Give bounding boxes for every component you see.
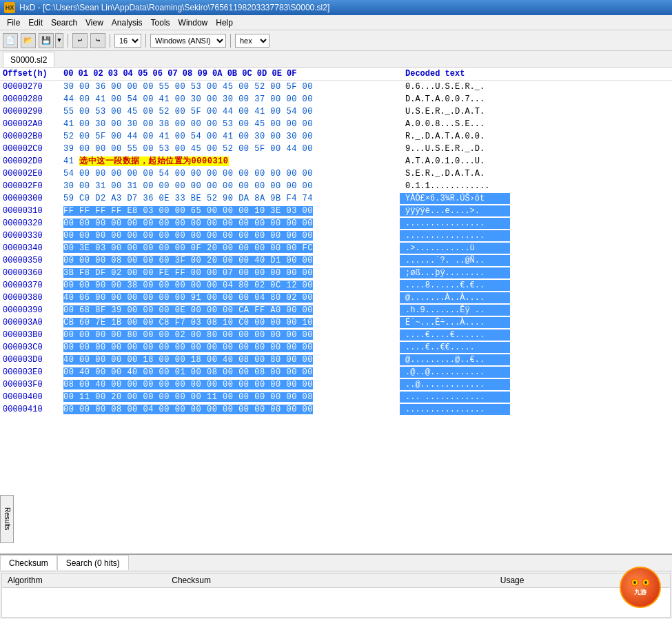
menu-view[interactable]: View: [81, 17, 108, 29]
hex-row[interactable]: 00000350 00 00 00 08 00 00 60 3F 00 20 0…: [0, 254, 672, 267]
menu-search[interactable]: Search: [47, 17, 81, 29]
hex-row[interactable]: 00000370 00 00 00 00 38 00 00 00 00 00 0…: [0, 279, 672, 292]
hex-row[interactable]: 000003C0 00 00 00 00 00 00 00 00 00 00 0…: [0, 341, 672, 354]
tab-bar: S0000.sl2: [0, 51, 672, 68]
hex-row[interactable]: 00000410 00 00 00 08 00 04 00 00 00 00 0…: [0, 403, 672, 416]
hex-row[interactable]: 00000320 00 00 00 00 00 00 00 00 00 00 0…: [0, 217, 672, 230]
hex-row[interactable]: 00000360 3B F8 DF 02 00 00 FE FF 00 00 0…: [0, 267, 672, 279]
toolbar-separator-1: [68, 34, 68, 48]
header-decoded: Decoded text: [400, 69, 510, 79]
bottom-content: Algorithm Checksum Usage: [1, 573, 671, 618]
hex-row[interactable]: 000002C0 39 00 00 00 55 00 53 00 45 00 5…: [0, 143, 672, 155]
menu-window[interactable]: Window: [174, 17, 212, 29]
algorithm-col-header: Algorithm: [8, 576, 172, 585]
title-bar: HX HxD - [C:\Users\Sean Lin\AppData\Roam…: [0, 0, 672, 15]
header-offset: Offset(h): [3, 69, 63, 79]
toolbar-separator-4: [230, 34, 231, 48]
title-text: HxD - [C:\Users\Sean Lin\AppData\Roaming…: [19, 3, 329, 12]
encoding-select[interactable]: Windows (ANSI): [150, 34, 226, 48]
new-button[interactable]: 📄: [3, 33, 18, 48]
hex-row[interactable]: 00000310 FF FF FF FF E8 03 00 00 65 00 0…: [0, 205, 672, 217]
toolbar: 📄 📂 💾 ▼ ↩ ↪ 16 Windows (ANSI) hex: [0, 30, 672, 51]
watermark: 九游: [620, 567, 664, 611]
app-icon: HX: [4, 2, 15, 13]
checksum-tab[interactable]: Checksum: [0, 555, 57, 570]
results-tab[interactable]: Results: [0, 495, 14, 543]
open-button[interactable]: 📂: [21, 33, 36, 48]
hex-row[interactable]: 000002B0 52 00 5F 00 44 00 41 00 54 00 4…: [0, 130, 672, 143]
file-tab[interactable]: S0000.sl2: [3, 52, 54, 67]
menu-edit[interactable]: Edit: [24, 17, 47, 29]
hex-row[interactable]: 00000330 00 00 00 00 00 00 00 00 00 00 0…: [0, 230, 672, 242]
hex-row[interactable]: 00000400 00 11 00 20 00 00 00 00 00 11 0…: [0, 391, 672, 403]
hex-row[interactable]: 00000340 00 3E 03 00 00 00 00 00 0F 20 0…: [0, 242, 672, 254]
menu-tools[interactable]: Tools: [147, 17, 174, 29]
bottom-tabs: Checksum Search (0 hits): [0, 555, 672, 571]
hex-row[interactable]: 000003B0 00 00 00 00 80 00 00 02 00 80 0…: [0, 329, 672, 341]
toolbar-separator-3: [145, 34, 146, 48]
checksum-header: Algorithm Checksum Usage: [2, 574, 670, 588]
display-select[interactable]: hex: [235, 34, 269, 48]
hex-row[interactable]: 00000390 00 68 8F 39 00 00 00 0E 00 00 0…: [0, 304, 672, 316]
hex-row[interactable]: 000002D0 41 选中这一段数据，起始位置为0000310 A.T.A.0…: [0, 155, 672, 168]
menu-help[interactable]: Help: [212, 17, 237, 29]
hex-content-wrapper: Offset(h) 00 01 02 03 04 05 06 07 08 09 …: [0, 68, 672, 554]
hex-header: Offset(h) 00 01 02 03 04 05 06 07 08 09 …: [0, 68, 672, 81]
menu-analysis[interactable]: Analysis: [108, 17, 147, 29]
checksum-col-header: Checksum: [172, 576, 500, 585]
hex-row[interactable]: 000003F0 08 00 40 00 00 00 00 00 00 00 0…: [0, 378, 672, 391]
hex-row[interactable]: 000002E0 54 00 00 00 00 00 54 00 00 00 0…: [0, 168, 672, 180]
hex-row[interactable]: 00000290 55 00 53 00 45 00 52 00 5F 00 4…: [0, 105, 672, 118]
hex-row[interactable]: 00000280 44 00 41 00 54 00 41 00 30 00 3…: [0, 93, 672, 105]
hex-row[interactable]: 000002F0 30 00 31 00 31 00 00 00 00 00 0…: [0, 180, 672, 192]
zoom-select[interactable]: 16: [114, 34, 141, 48]
hex-row[interactable]: 00000300 59 C0 D2 A3 D7 36 0E 33 BE 52 9…: [0, 192, 672, 205]
menu-bar: File Edit Search View Analysis Tools Win…: [0, 15, 672, 30]
hex-row[interactable]: 000003A0 CB 60 7E 1B 00 00 C8 F7 03 08 1…: [0, 316, 672, 329]
header-bytes: 00 01 02 03 04 05 06 07 08 09 0A 0B 0C 0…: [63, 69, 400, 79]
main-content: Offset(h) 00 01 02 03 04 05 06 07 08 09 …: [0, 68, 672, 554]
save-dropdown[interactable]: ▼: [55, 33, 63, 48]
redo-button[interactable]: ↪: [90, 33, 105, 48]
hex-row[interactable]: 00000270 30 00 36 00 00 00 55 00 53 00 4…: [0, 81, 672, 93]
search-tab[interactable]: Search (0 hits): [57, 555, 129, 570]
menu-file[interactable]: File: [3, 17, 24, 29]
toolbar-separator-2: [110, 34, 110, 48]
undo-button[interactable]: ↩: [72, 33, 88, 48]
hex-row[interactable]: 000003E0 00 40 00 00 40 00 00 01 00 08 0…: [0, 366, 672, 378]
save-button[interactable]: 💾: [39, 33, 54, 48]
file-tab-label: S0000.sl2: [10, 55, 47, 65]
hex-row[interactable]: 000002A0 41 00 30 00 30 00 38 00 00 00 5…: [0, 118, 672, 130]
hex-row[interactable]: 000003D0 40 00 00 00 00 18 00 00 18 00 4…: [0, 354, 672, 366]
hex-row[interactable]: 00000380 40 06 00 00 00 00 00 00 91 00 0…: [0, 292, 672, 304]
bottom-panel: Checksum Search (0 hits) Algorithm Check…: [0, 554, 672, 619]
